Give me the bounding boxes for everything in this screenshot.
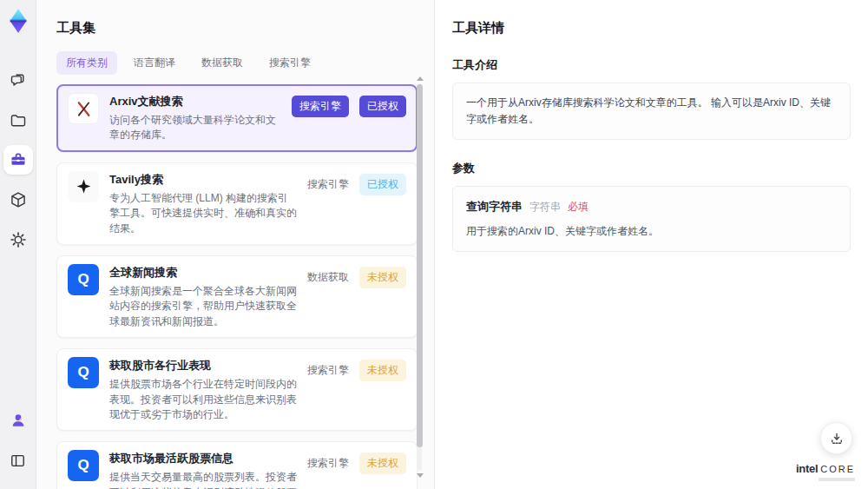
tool-card-1[interactable]: Tavily搜索 专为人工智能代理 (LLM) 构建的搜索引擎工具。可快速提供实… xyxy=(56,162,418,245)
tool-text: 全球新闻搜索 全球新闻搜索是一个聚合全球各大新闻网站内容的搜索引擎，帮助用户快速… xyxy=(109,264,297,329)
tool-auth-badge: 未授权 xyxy=(359,360,406,381)
parameter-name: 查询字符串 xyxy=(466,198,523,216)
intel-core-logo: intelCORE xyxy=(796,463,855,481)
tool-text: 获取股市各行业表现 提供股票市场各个行业在特定时间段内的表现。投资者可以利用这些… xyxy=(109,357,297,422)
tool-card-0[interactable]: Arxiv文献搜索 访问各个研究领域大量科学论文和文章的存储库。 搜索引擎 已授… xyxy=(56,84,418,152)
tool-name: 获取股市各行业表现 xyxy=(109,358,297,373)
tool-icon-tile xyxy=(68,93,99,124)
tool-category-badge: 数据获取 xyxy=(307,268,349,287)
panel-toggle-icon xyxy=(10,453,26,469)
tool-category-badge: 搜索引擎 xyxy=(307,453,349,473)
parameter-type: 字符串 xyxy=(529,199,561,215)
intel-wordmark: intel xyxy=(796,462,818,475)
tool-name: 全球新闻搜索 xyxy=(109,265,297,281)
nav-toolbox[interactable] xyxy=(3,145,33,175)
cube-icon xyxy=(10,191,27,208)
tool-badges: 数据获取 未授权 xyxy=(307,264,406,288)
chat-icon xyxy=(10,71,27,89)
tool-icon-tile: Q xyxy=(68,450,99,481)
detail-title: 工具详情 xyxy=(452,20,851,36)
tool-description: 访问各个研究领域大量科学论文和文章的存储库。 xyxy=(109,113,281,143)
tool-description: 提供当天交易量最高的股票列表。投资者可以利用这些信息来识别流动性强的股票和潜在的… xyxy=(109,470,297,489)
parameter-description: 用于搜索的Arxiv ID、关键字或作者姓名。 xyxy=(466,223,837,240)
intel-core-subline xyxy=(819,478,855,481)
tool-list-pane: 工具集 所有类别语言翻译数据获取搜索引擎 Arxiv文献搜索 访问各个研究领域大… xyxy=(36,0,434,489)
app-logo-icon xyxy=(5,8,31,34)
tool-detail-pane: 工具详情 工具介绍 一个用于从Arxiv存储库搜索科学论文和文章的工具。 输入可… xyxy=(434,0,868,489)
nav-models[interactable] xyxy=(3,185,33,215)
tool-card-2[interactable]: Q 全球新闻搜索 全球新闻搜索是一个聚合全球各大新闻网站内容的搜索引擎，帮助用户… xyxy=(56,255,418,338)
category-tabs: 所有类别语言翻译数据获取搜索引擎 xyxy=(56,51,434,75)
nav-settings[interactable] xyxy=(3,225,33,254)
tool-text: Tavily搜索 专为人工智能代理 (LLM) 构建的搜索引擎工具。可快速提供实… xyxy=(109,171,297,236)
tool-badges: 搜索引擎 未授权 xyxy=(307,450,406,474)
list-scrollbar[interactable] xyxy=(416,76,424,478)
tool-auth-badge: 已授权 xyxy=(359,96,406,117)
params-section-title: 参数 xyxy=(452,161,851,176)
nav-chat[interactable] xyxy=(3,65,33,95)
tool-badges: 搜索引擎 已授权 xyxy=(292,93,406,117)
parameter-header: 查询字符串 字符串 必填 xyxy=(466,198,837,216)
tool-name: Arxiv文献搜索 xyxy=(109,94,281,109)
tool-name: Tavily搜索 xyxy=(109,172,297,188)
toolbox-icon xyxy=(10,151,27,169)
tab-1[interactable]: 语言翻译 xyxy=(124,51,185,75)
scroll-up-arrow-icon[interactable] xyxy=(417,76,424,81)
news-q-logo-icon: Q xyxy=(77,364,89,381)
tool-list: Arxiv文献搜索 访问各个研究领域大量科学论文和文章的存储库。 搜索引擎 已授… xyxy=(56,84,418,489)
tab-3[interactable]: 搜索引擎 xyxy=(260,51,320,75)
tool-badges: 搜索引擎 未授权 xyxy=(307,357,406,381)
tab-2[interactable]: 数据获取 xyxy=(192,51,253,75)
parameter-required-badge: 必填 xyxy=(568,199,589,215)
left-rail xyxy=(0,0,36,489)
parameter-card: 查询字符串 字符串 必填 用于搜索的Arxiv ID、关键字或作者姓名。 xyxy=(452,186,851,252)
tool-badges: 搜索引擎 已授权 xyxy=(307,171,406,195)
tavily-star-icon xyxy=(76,178,92,195)
tool-intro-text: 一个用于从Arxiv存储库搜索科学论文和文章的工具。 输入可以是Arxiv ID… xyxy=(452,83,851,140)
page-title: 工具集 xyxy=(56,20,434,36)
tool-name: 获取市场最活跃股票信息 xyxy=(109,451,297,466)
core-wordmark: CORE xyxy=(820,464,855,474)
tool-category-badge: 搜索引擎 xyxy=(307,360,349,380)
nav-files[interactable] xyxy=(3,105,33,135)
tool-description: 提供股票市场各个行业在特定时间段内的表现。投资者可以利用这些信息来识别表现优于或… xyxy=(109,377,297,422)
intro-section-title: 工具介绍 xyxy=(452,57,851,73)
tool-icon-tile: Q xyxy=(68,264,99,295)
nav-account[interactable] xyxy=(3,406,33,435)
settings-icon xyxy=(10,231,27,248)
tool-text: 获取市场最活跃股票信息 提供当天交易量最高的股票列表。投资者可以利用这些信息来识… xyxy=(109,450,297,489)
download-button[interactable] xyxy=(820,422,852,454)
app-window: 工具集 所有类别语言翻译数据获取搜索引擎 Arxiv文献搜索 访问各个研究领域大… xyxy=(0,0,868,489)
tool-icon-tile: Q xyxy=(68,357,99,388)
tool-auth-badge: 未授权 xyxy=(359,267,406,288)
tool-card-4[interactable]: Q 获取市场最活跃股票信息 提供当天交易量最高的股票列表。投资者可以利用这些信息… xyxy=(56,441,418,489)
arxiv-logo-icon xyxy=(75,100,93,118)
tool-card-3[interactable]: Q 获取股市各行业表现 提供股票市场各个行业在特定时间段内的表现。投资者可以利用… xyxy=(56,348,418,431)
avatar-icon xyxy=(10,412,27,429)
tool-auth-badge: 已授权 xyxy=(359,174,406,195)
scrollbar-thumb[interactable] xyxy=(417,84,423,447)
news-q-logo-icon: Q xyxy=(77,271,89,288)
tab-0[interactable]: 所有类别 xyxy=(56,51,117,75)
tool-auth-badge: 未授权 xyxy=(359,453,406,474)
tool-description: 全球新闻搜索是一个聚合全球各大新闻网站内容的搜索引擎，帮助用户快速获取全球最新资… xyxy=(109,284,297,329)
tool-category-badge: 搜索引擎 xyxy=(307,175,349,195)
tool-description: 专为人工智能代理 (LLM) 构建的搜索引擎工具。可快速提供实时、准确和真实的结… xyxy=(109,191,297,236)
tool-icon-tile xyxy=(68,171,99,202)
scroll-down-arrow-icon[interactable] xyxy=(417,473,424,478)
tool-category-badge: 搜索引擎 xyxy=(292,96,349,117)
news-q-logo-icon: Q xyxy=(77,457,89,474)
tool-text: Arxiv文献搜索 访问各个研究领域大量科学论文和文章的存储库。 xyxy=(109,93,281,143)
download-icon xyxy=(829,431,845,446)
folder-icon xyxy=(10,111,27,129)
nav-collapse-panel[interactable] xyxy=(3,446,33,475)
